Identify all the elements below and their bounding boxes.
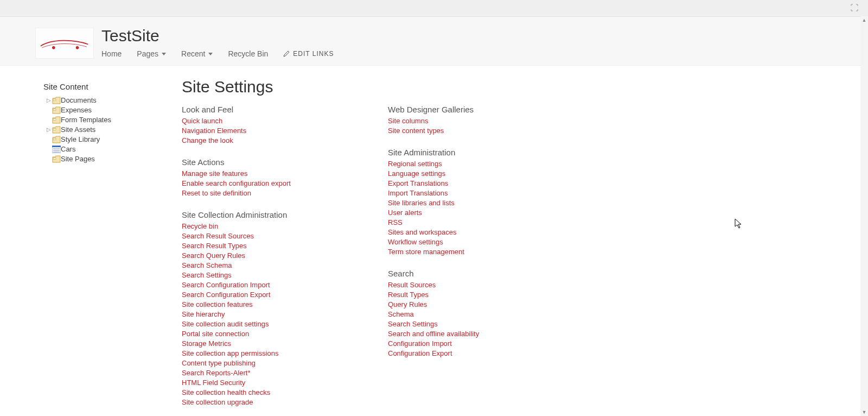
settings-link[interactable]: Enable search configuration export	[182, 179, 350, 188]
settings-section-links: Quick launchNavigation ElementsChange th…	[182, 116, 350, 146]
scroll-down-icon[interactable]: ▼	[860, 408, 868, 416]
settings-link[interactable]: RSS	[388, 218, 556, 228]
tree-item[interactable]: Form Templates	[47, 115, 165, 125]
tree-item-label: Expenses	[61, 105, 92, 115]
settings-link[interactable]: Search Configuration Export	[182, 290, 350, 300]
site-title[interactable]: TestSite	[101, 28, 334, 44]
vertical-scrollbar[interactable]: ▲ ▼	[860, 16, 868, 416]
caret-down-icon	[208, 53, 213, 55]
settings-link[interactable]: Result Sources	[388, 280, 556, 290]
tree-item[interactable]: Expenses	[47, 105, 165, 115]
settings-link[interactable]: Configuration Export	[388, 349, 556, 358]
scroll-up-icon[interactable]: ▲	[860, 16, 868, 24]
settings-link[interactable]: Search Settings	[388, 319, 556, 329]
settings-link[interactable]: User alerts	[388, 208, 556, 218]
settings-link[interactable]: Portal site connection	[182, 329, 350, 339]
settings-link[interactable]: Change the look	[182, 136, 350, 146]
tree-item[interactable]: Cars	[47, 144, 165, 154]
expander-icon[interactable]: ▷	[47, 125, 51, 135]
nav-pages-label: Pages	[137, 49, 158, 58]
pencil-icon	[283, 51, 290, 57]
settings-link[interactable]: Search Reports-Alert*	[182, 368, 350, 378]
settings-link[interactable]: Site collection audit settings	[182, 319, 350, 329]
svg-rect-5	[53, 129, 56, 130]
folder-icon	[52, 136, 61, 143]
list-icon	[52, 146, 61, 153]
settings-link[interactable]: Language settings	[388, 169, 556, 179]
tree-item-label: Site Assets	[61, 125, 95, 135]
settings-section-heading: Site Administration	[388, 148, 556, 157]
fullscreen-icon[interactable]	[851, 4, 858, 11]
settings-section-links: Manage site featuresEnable search config…	[182, 169, 350, 198]
tree-item-label: Form Templates	[61, 115, 111, 125]
folder-icon	[52, 106, 61, 114]
settings-link[interactable]: Import Translations	[388, 188, 556, 198]
content-area: Site Content ▷DocumentsExpensesForm Temp…	[0, 66, 868, 416]
tree-item-label: Site Pages	[61, 154, 95, 164]
settings-column-2: Web Designer GalleriesSite columnsSite c…	[388, 105, 556, 416]
settings-link[interactable]: Storage Metrics	[182, 339, 350, 349]
settings-link[interactable]: Schema	[388, 310, 556, 319]
settings-link[interactable]: Site hierarchy	[182, 310, 350, 319]
nav-pages[interactable]: Pages	[137, 49, 166, 58]
settings-link[interactable]: Content type publishing	[182, 358, 350, 368]
nav-edit-links[interactable]: EDIT LINKS	[283, 50, 334, 58]
site-header: TestSite Home Pages Recent Recycle Bin	[0, 17, 868, 66]
settings-section-heading: Web Designer Galleries	[388, 105, 556, 114]
settings-link[interactable]: Term store management	[388, 247, 556, 257]
settings-section-links: Recycle binSearch Result SourcesSearch R…	[182, 222, 350, 407]
left-nav-heading: Site Content	[43, 82, 165, 91]
settings-section-links: Site columnsSite content types	[388, 116, 556, 136]
nav-recent-label: Recent	[181, 49, 205, 58]
settings-link[interactable]: Query Rules	[388, 300, 556, 310]
tree-item-label: Cars	[61, 144, 75, 154]
settings-link[interactable]: Search Configuration Import	[182, 280, 350, 290]
settings-link[interactable]: Export Translations	[388, 179, 556, 188]
settings-link[interactable]: Reset to site definition	[182, 188, 350, 198]
settings-link[interactable]: Manage site features	[182, 169, 350, 179]
settings-section-links: Result SourcesResult TypesQuery RulesSch…	[388, 280, 556, 358]
settings-link[interactable]: Recycle bin	[182, 222, 350, 231]
settings-link[interactable]: Search and offline availability	[388, 329, 556, 339]
settings-link[interactable]: Configuration Import	[388, 339, 556, 349]
settings-link[interactable]: HTML Field Security	[182, 378, 350, 388]
nav-recycle-bin[interactable]: Recycle Bin	[228, 49, 268, 58]
settings-link[interactable]: Workflow settings	[388, 237, 556, 247]
settings-link[interactable]: Search Result Sources	[182, 231, 350, 241]
svg-rect-12	[53, 158, 56, 160]
settings-section-heading: Site Collection Administration	[182, 210, 350, 219]
tree-item[interactable]: Style Library	[47, 135, 165, 144]
nav-home[interactable]: Home	[101, 49, 122, 58]
svg-rect-3	[53, 109, 56, 111]
expander-icon[interactable]: ▷	[47, 96, 51, 105]
settings-link[interactable]: Search Result Types	[182, 241, 350, 251]
main-content: Site Settings Look and FeelQuick launchN…	[182, 82, 868, 416]
settings-link[interactable]: Regional settings	[388, 159, 556, 169]
settings-column-1: Look and FeelQuick launchNavigation Elem…	[182, 105, 350, 416]
site-logo[interactable]	[35, 28, 94, 59]
settings-link[interactable]: Site collection features	[182, 300, 350, 310]
settings-link[interactable]: Search Settings	[182, 270, 350, 280]
settings-section-links: Regional settingsLanguage settingsExport…	[388, 159, 556, 257]
settings-link[interactable]: Site collection app permissions	[182, 349, 350, 358]
svg-point-0	[52, 46, 55, 49]
tree-item-label: Style Library	[61, 135, 100, 144]
settings-link[interactable]: Result Types	[388, 290, 556, 300]
settings-link[interactable]: Quick launch	[182, 116, 350, 126]
settings-link[interactable]: Site content types	[388, 126, 556, 136]
tree-item[interactable]: Site Pages	[47, 154, 165, 164]
settings-link[interactable]: Search Schema	[182, 261, 350, 270]
folder-icon	[52, 97, 61, 104]
settings-link[interactable]: Navigation Elements	[182, 126, 350, 136]
page-title: Site Settings	[182, 78, 868, 96]
tree-item[interactable]: ▷Documents	[47, 96, 165, 105]
nav-recent[interactable]: Recent	[181, 49, 213, 58]
settings-link[interactable]: Site columns	[388, 116, 556, 126]
tree-item[interactable]: ▷Site Assets	[47, 125, 165, 135]
settings-link[interactable]: Site libraries and lists	[388, 198, 556, 208]
settings-link[interactable]: Search Query Rules	[182, 251, 350, 261]
svg-rect-4	[53, 119, 56, 121]
settings-link[interactable]: Site collection upgrade	[182, 398, 350, 407]
settings-link[interactable]: Sites and workspaces	[388, 228, 556, 237]
settings-link[interactable]: Site collection health checks	[182, 388, 350, 398]
